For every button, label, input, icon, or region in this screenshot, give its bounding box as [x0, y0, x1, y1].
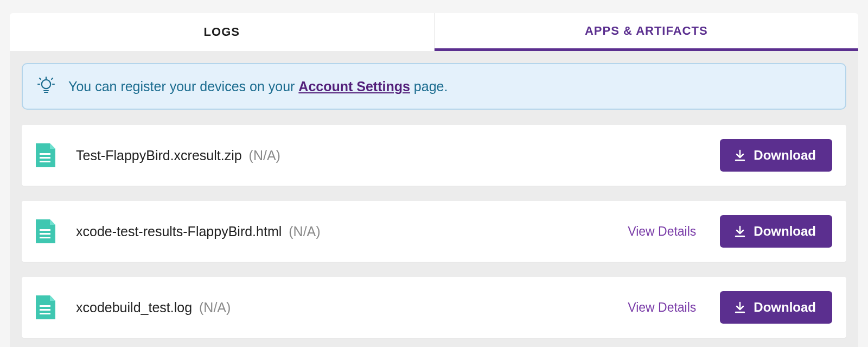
- file-icon: [34, 142, 56, 168]
- artifact-filename: Test-FlappyBird.xcresult.zip: [76, 148, 242, 163]
- svg-rect-6: [40, 153, 50, 155]
- hint-banner: You can register your devices on your Ac…: [22, 63, 846, 110]
- artifact-name: xcode-test-results-FlappyBird.html (N/A): [76, 224, 628, 239]
- svg-rect-17: [40, 309, 50, 311]
- svg-line-5: [52, 78, 53, 79]
- tab-logs[interactable]: LOGS: [10, 13, 435, 51]
- artifact-filename: xcode-test-results-FlappyBird.html: [76, 224, 282, 239]
- download-button-label: Download: [754, 148, 816, 163]
- tab-apps-artifacts[interactable]: APPS & ARTIFACTS: [435, 13, 859, 51]
- account-settings-link[interactable]: Account Settings: [298, 79, 410, 94]
- svg-rect-18: [40, 313, 50, 314]
- svg-rect-11: [40, 229, 50, 231]
- svg-rect-8: [40, 161, 50, 162]
- page-root: LOGS APPS & ARTIFACTS You can register y…: [0, 0, 868, 347]
- hint-pre: You can register your devices on your: [68, 79, 298, 94]
- download-icon: [734, 149, 746, 161]
- artifact-row: Test-FlappyBird.xcresult.zip (N/A) Downl…: [22, 125, 846, 186]
- svg-line-4: [40, 78, 41, 79]
- file-icon: [34, 218, 56, 244]
- artifact-size: (N/A): [289, 224, 320, 239]
- artifact-size: (N/A): [199, 300, 231, 315]
- svg-rect-13: [40, 237, 50, 238]
- download-button[interactable]: Download: [720, 215, 832, 248]
- download-icon: [734, 301, 746, 313]
- svg-rect-16: [40, 305, 50, 307]
- artifact-name: xcodebuild_test.log (N/A): [76, 300, 628, 316]
- hint-post: page.: [410, 79, 448, 94]
- download-button-label: Download: [754, 300, 816, 315]
- artifact-row: xcode-test-results-FlappyBird.html (N/A)…: [22, 201, 846, 262]
- file-icon: [34, 294, 56, 320]
- download-button[interactable]: Download: [720, 291, 832, 324]
- hint-text: You can register your devices on your Ac…: [68, 77, 448, 96]
- artifact-row: xcodebuild_test.log (N/A)View Details Do…: [22, 277, 846, 338]
- lightbulb-icon: [37, 76, 55, 97]
- artifact-filename: xcodebuild_test.log: [76, 300, 192, 315]
- view-details-link[interactable]: View Details: [628, 224, 696, 239]
- tab-content: You can register your devices on your Ac…: [10, 51, 858, 347]
- tab-bar: LOGS APPS & ARTIFACTS: [10, 13, 858, 51]
- svg-point-0: [42, 80, 50, 89]
- artifact-name: Test-FlappyBird.xcresult.zip (N/A): [76, 148, 720, 163]
- artifact-size: (N/A): [249, 148, 280, 163]
- download-button-label: Download: [754, 224, 816, 239]
- artifact-list: Test-FlappyBird.xcresult.zip (N/A) Downl…: [22, 125, 846, 338]
- download-icon: [734, 225, 746, 237]
- svg-rect-12: [40, 233, 50, 235]
- view-details-link[interactable]: View Details: [628, 300, 696, 315]
- download-button[interactable]: Download: [720, 139, 832, 172]
- svg-rect-7: [40, 157, 50, 159]
